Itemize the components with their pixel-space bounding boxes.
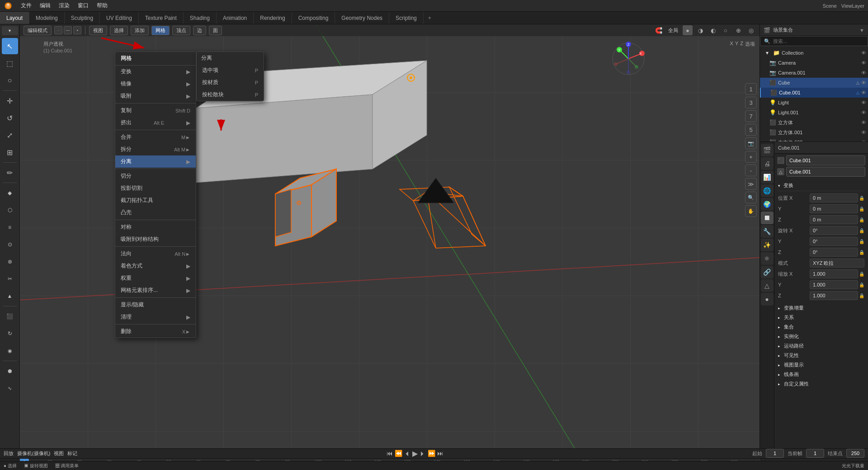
prop-tab-modifier[interactable]: 🔧	[761, 225, 774, 238]
num1-key[interactable]: 1	[745, 83, 757, 95]
edit-mode-dropdown[interactable]: 编辑模式	[24, 26, 52, 35]
add-menu[interactable]: 添加	[131, 26, 149, 35]
cube-visible[interactable]: 👁	[861, 80, 866, 85]
lineart-section[interactable]: ▸ 线条画	[774, 370, 868, 379]
prop-tab-material[interactable]: ●	[761, 293, 774, 306]
menu-item-snap[interactable]: 吸附 ▶	[115, 90, 196, 102]
offset-edge-btn[interactable]: ⊗	[2, 254, 18, 270]
shrink-btn[interactable]: ∿	[2, 380, 18, 396]
face-select-mode[interactable]: ▪	[73, 26, 81, 34]
rotation-mode-value[interactable]: XYZ 欧拉	[810, 258, 864, 268]
view-dropdown[interactable]: 视图	[54, 450, 64, 457]
playback-dropdown[interactable]: 回放	[4, 450, 14, 457]
overlay-toggle[interactable]: ⊕	[733, 25, 743, 35]
location-y-lock[interactable]: 🔒	[859, 207, 864, 212]
mesh-menu[interactable]: 网格	[151, 26, 170, 35]
menu-item-bisect[interactable]: 截刀拓扑工具	[115, 194, 196, 207]
scale-z-value[interactable]: 1.000	[810, 291, 858, 300]
menu-item-cleanup[interactable]: 清理 ▶	[115, 311, 196, 323]
scale-tool-btn[interactable]: ⤢	[2, 127, 18, 143]
rotation-z-value[interactable]: 0°	[810, 248, 858, 257]
tab-modeling[interactable]: Modeling	[29, 12, 65, 24]
tab-animation[interactable]: Animation	[217, 12, 254, 24]
location-z-value[interactable]: 0 m	[810, 215, 858, 224]
hand-tool-btn[interactable]: ✋	[745, 205, 757, 217]
tab-shading[interactable]: Shading	[184, 12, 217, 24]
cube001-visible[interactable]: 👁	[861, 90, 866, 95]
search-btn[interactable]: 🔍	[745, 192, 757, 203]
location-x-lock[interactable]: 🔒	[859, 196, 864, 201]
menu-item-split[interactable]: 拆分 Alt M►	[115, 143, 196, 155]
collections-section[interactable]: ▸ 集合	[774, 322, 868, 332]
render-menu[interactable]: 渲染	[55, 1, 73, 10]
play-next-btn[interactable]: ⏵	[420, 450, 426, 457]
num3-key[interactable]: 3	[745, 97, 757, 108]
poly-build-btn[interactable]: ⬛	[2, 308, 18, 324]
collection-visible[interactable]: 👁	[861, 50, 866, 56]
tree-item-cube-cn002[interactable]: ⬛ 立方体.002 👁	[760, 137, 868, 141]
box-select-btn[interactable]: ⬚	[2, 55, 18, 71]
menu-item-duplicate[interactable]: 复制 Shift D	[115, 104, 196, 117]
shear-btn[interactable]: ⬢	[2, 363, 18, 379]
tree-item-collection[interactable]: ▾ 📁 Collection 👁	[760, 48, 868, 58]
sub-item-selected[interactable]: 选中项 P	[197, 64, 264, 76]
menu-item-knife-project[interactable]: 切分	[115, 170, 196, 182]
rotate-tool-btn[interactable]: ↺	[2, 110, 18, 126]
camera001-visible[interactable]: 👁	[861, 70, 866, 75]
transform-header[interactable]: ▾ 变换	[778, 180, 864, 191]
tree-item-light[interactable]: 💡 Light 👁	[760, 98, 868, 108]
rotation-y-lock[interactable]: 🔒	[859, 239, 864, 244]
help-menu[interactable]: 帮助	[93, 1, 111, 10]
annotate-tool-btn[interactable]: ✏	[2, 164, 18, 181]
filter-icon[interactable]: ▼	[859, 28, 864, 33]
play-btn[interactable]: ▶	[412, 449, 418, 458]
relations-section[interactable]: ▸ 关系	[774, 313, 868, 322]
location-x-value[interactable]: 0 m	[810, 193, 858, 202]
viewport-display-section[interactable]: ▸ 视图显示	[774, 360, 868, 370]
play-last-btn[interactable]: ⏭	[437, 450, 443, 457]
shading-material-btn[interactable]: ◑	[695, 25, 705, 35]
menu-item-shading[interactable]: 着色方式 ▶	[115, 260, 196, 272]
scale-y-lock[interactable]: 🔒	[859, 282, 864, 287]
prop-tab-constraints[interactable]: 🔗	[761, 266, 774, 278]
face-menu[interactable]: 面	[209, 26, 222, 35]
tab-uv-editing[interactable]: UV Editing	[100, 12, 139, 24]
edit-menu[interactable]: 编辑	[36, 1, 54, 10]
zoom-in-btn[interactable]: +	[745, 151, 757, 163]
current-frame-value[interactable]: 1	[806, 449, 824, 458]
knife-btn[interactable]: ✂	[2, 271, 18, 287]
scale-z-lock[interactable]: 🔒	[859, 293, 864, 298]
rotation-z-lock[interactable]: 🔒	[859, 250, 864, 255]
menu-item-intersect-knife[interactable]: 投影切割	[115, 182, 196, 194]
rotation-x-lock[interactable]: 🔒	[859, 228, 864, 233]
light-visible[interactable]: 👁	[861, 100, 866, 105]
play-reverse-btn[interactable]: ⏴	[404, 450, 410, 457]
prop-tab-object[interactable]: 🔲	[761, 212, 774, 224]
sub-item-by-loose-parts[interactable]: 按松散块 P	[197, 89, 264, 101]
scale-x-lock[interactable]: 🔒	[859, 272, 864, 277]
play-fast-btn[interactable]: ⏩	[428, 450, 435, 457]
scale-x-value[interactable]: 1.000	[810, 269, 858, 278]
vertex-menu[interactable]: 顶点	[172, 26, 190, 35]
prop-tab-particles[interactable]: ✨	[761, 239, 774, 251]
motion-paths-section[interactable]: ▸ 运动路径	[774, 341, 868, 351]
menu-item-delete[interactable]: 删除 X►	[115, 325, 196, 338]
transform-increments-section[interactable]: ▸ 变换增量	[774, 303, 868, 313]
object-name-input[interactable]	[786, 155, 865, 165]
light001-visible[interactable]: 👁	[861, 110, 866, 115]
custom-props-section[interactable]: ▸ 自定义属性	[774, 379, 868, 389]
3d-viewport[interactable]: 编辑模式 · — ▪ 视图 选择 添加 网格 顶点 边 面 🧲 全局 ● ◑ ◐…	[20, 24, 760, 448]
tree-item-camera[interactable]: 📷 Camera 👁	[760, 58, 868, 68]
bisect-btn[interactable]: ▲	[2, 288, 18, 304]
tab-sculpting[interactable]: Sculpting	[65, 12, 100, 24]
instancing-section[interactable]: ▸ 实例化	[774, 332, 868, 341]
tab-texture-paint[interactable]: Texture Paint	[139, 12, 184, 24]
inset-btn[interactable]: ⬡	[2, 202, 18, 218]
spin-btn[interactable]: ↻	[2, 325, 18, 342]
camera-dropdown[interactable]: 摄像机(摄像机)	[17, 450, 50, 457]
smooth-btn[interactable]: ◉	[2, 343, 18, 359]
prop-tab-world[interactable]: 🌍	[761, 198, 774, 211]
num5-key[interactable]: 5	[745, 124, 757, 136]
play-prev-btn[interactable]: ⏪	[395, 450, 402, 457]
mode-selector[interactable]: ▼	[2, 26, 18, 35]
